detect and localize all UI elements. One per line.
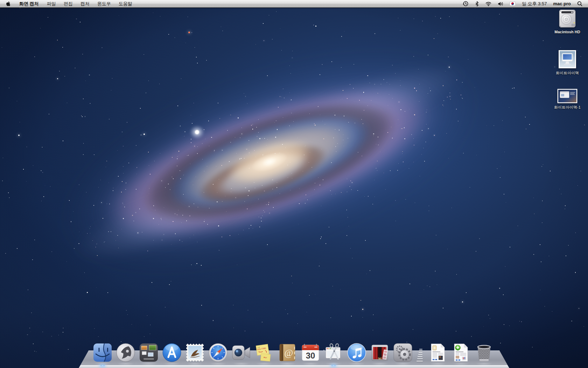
imac-photo-icon	[558, 49, 577, 69]
korean-flag-icon	[510, 1, 516, 6]
ical-calendar-icon: 30	[300, 342, 321, 363]
dock-item-grab[interactable]	[323, 342, 344, 363]
menu-edit[interactable]: 편집	[60, 0, 77, 7]
screenshot-photo-icon	[557, 88, 578, 104]
dock-item-mail[interactable]	[185, 342, 205, 363]
itunes-note-icon	[346, 342, 367, 363]
grab-scissors-icon	[323, 342, 344, 363]
desktop-icon-white-imac-1[interactable]: 화이트아이맥-1	[552, 88, 582, 110]
dock-item-safari[interactable]	[208, 342, 228, 363]
starfield	[0, 0, 588, 368]
desktop-icon-label: 화이트아이맥	[556, 70, 579, 76]
spotlight-menu[interactable]	[574, 0, 588, 7]
desktop-icon-label: 화이트아이맥-1	[554, 105, 581, 110]
svg-text:Mur: Mur	[264, 356, 267, 359]
dock-item-address-book[interactable]: @	[277, 342, 298, 363]
dock-stack-documents[interactable]	[428, 342, 448, 363]
input-source-menu[interactable]	[506, 0, 519, 7]
menu-bar: 화면 캡처 파일 편집 캡처 윈도우 도움말 일 오후 3:57	[0, 0, 588, 8]
menu-help[interactable]: 도움말	[115, 0, 136, 7]
desktop-screen: 화면 캡처 파일 편집 캡처 윈도우 도움말 일 오후 3:57	[0, 0, 588, 368]
dock-item-ical[interactable]: 30	[300, 342, 321, 363]
hard-drive-icon	[557, 8, 578, 29]
time-machine-menu[interactable]	[460, 0, 472, 7]
menu-capture[interactable]: 캡처	[77, 0, 93, 7]
dock-item-trash[interactable]	[474, 342, 494, 363]
documents-stack-icon	[428, 342, 448, 363]
menu-clock[interactable]: 일 오후 3:57	[519, 1, 550, 7]
bluetooth-menu[interactable]	[472, 0, 482, 7]
photo-booth-icon	[370, 342, 390, 363]
menu-username[interactable]: mac pro	[550, 1, 574, 6]
dock-separator	[416, 346, 425, 363]
wifi-menu[interactable]	[482, 0, 495, 7]
bluetooth-icon	[475, 1, 479, 7]
dock-item-launchpad[interactable]	[115, 342, 136, 363]
system-preferences-gears-icon	[393, 342, 413, 363]
dock-item-system-preferences[interactable]	[393, 342, 413, 363]
desktop-icon-macintosh-hd[interactable]: Macintosh HD	[552, 8, 582, 34]
desktop-icon-white-imac[interactable]: 화이트아이맥	[552, 49, 582, 76]
app-store-icon	[162, 342, 182, 363]
spotlight-search-icon	[577, 1, 582, 6]
dock-item-itunes[interactable]	[346, 342, 367, 363]
svg-text:@: @	[285, 348, 293, 358]
finder-icon	[92, 342, 113, 363]
wifi-icon	[485, 1, 491, 6]
menu-window[interactable]: 윈도우	[93, 0, 115, 7]
dock-item-app-store[interactable]	[162, 342, 182, 363]
running-indicator-grab	[331, 365, 336, 367]
address-book-icon: @	[277, 342, 298, 363]
facetime-camera-icon	[231, 342, 251, 363]
dock-stack-downloads[interactable]	[451, 342, 471, 363]
safari-compass-icon	[208, 342, 228, 363]
trash-icon	[474, 342, 494, 363]
mail-stamp-icon	[185, 342, 205, 363]
desktop-icon-label: Macintosh HD	[554, 30, 580, 34]
apple-logo-icon	[6, 1, 10, 6]
running-indicator-finder	[100, 365, 105, 367]
dock-item-finder[interactable]	[92, 342, 113, 363]
dock: Lux 555-7361 Mur	[0, 326, 588, 368]
volume-menu[interactable]	[495, 0, 506, 7]
downloads-stack-icon	[451, 342, 471, 363]
volume-icon	[498, 1, 503, 6]
apple-menu[interactable]	[0, 0, 15, 7]
svg-text:30: 30	[306, 351, 315, 360]
mission-control-icon	[139, 342, 159, 363]
menu-app-name[interactable]: 화면 캡처	[15, 0, 43, 7]
wallpaper-andromeda-galaxy	[0, 0, 588, 368]
dock-item-stickies[interactable]: Lux 555-7361 Mur	[254, 342, 274, 363]
stickies-notes-icon: Lux 555-7361 Mur	[254, 342, 274, 363]
time-machine-icon	[463, 1, 469, 7]
launchpad-rocket-icon	[115, 342, 136, 363]
dock-item-photo-booth[interactable]	[370, 342, 390, 363]
menu-file[interactable]: 파일	[43, 0, 60, 7]
dock-item-facetime[interactable]	[231, 342, 251, 363]
dock-item-mission-control[interactable]	[139, 342, 159, 363]
